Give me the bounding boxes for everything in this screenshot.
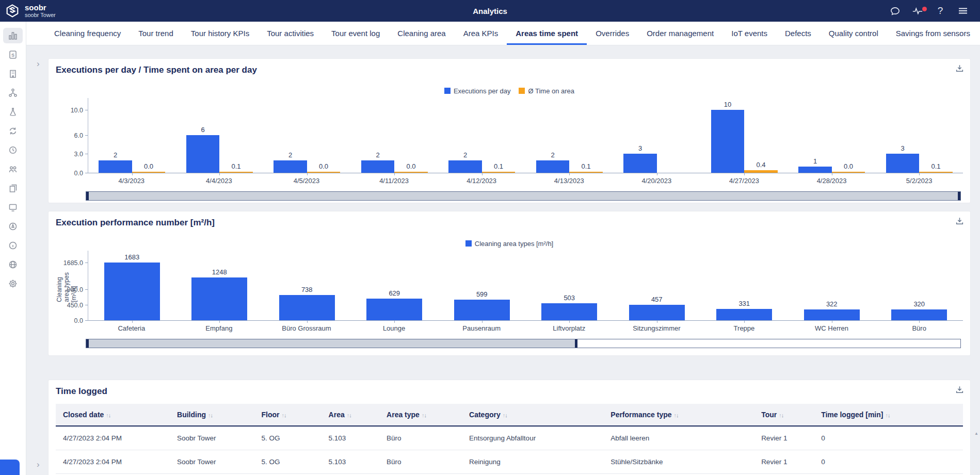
sync-icon[interactable] [3, 123, 23, 139]
bar-value-label: 0.0 [319, 162, 328, 170]
bar-group: 599 [438, 251, 526, 320]
sort-icon[interactable]: ↑↓ [282, 412, 286, 418]
bar [832, 172, 865, 173]
lab-icon[interactable] [3, 104, 23, 120]
y-tick-label: 6.0 [74, 132, 83, 139]
tab-area-kpis[interactable]: Area KPIs [455, 22, 507, 45]
sort-icon[interactable]: ↑↓ [106, 412, 110, 418]
sort-icon[interactable]: ↑↓ [885, 412, 890, 418]
bar [629, 305, 685, 320]
bar [274, 160, 307, 173]
language-icon[interactable] [3, 257, 23, 272]
info-icon[interactable] [3, 238, 23, 253]
tab-tour-history-kpis[interactable]: Tour history KPIs [182, 22, 258, 45]
table-cell: Büro [381, 450, 464, 474]
tab-quality-control[interactable]: Quality control [820, 22, 887, 45]
column-header-closed-date[interactable]: Closed date↑↓ [56, 404, 172, 426]
chat-icon[interactable] [889, 5, 901, 17]
explore-icon[interactable] [3, 219, 23, 234]
bar-group: 20.0 [351, 98, 439, 173]
column-header-area-type[interactable]: Area type↑↓ [381, 404, 464, 426]
tab-savings-from-sensors[interactable]: Savings from sensors [887, 22, 979, 45]
team-icon[interactable] [3, 161, 23, 177]
y-tick-label: 1685.0 [63, 259, 83, 267]
panel-collapse-icon[interactable]: › [37, 59, 40, 69]
column-header-time-logged-min-[interactable]: Time logged [min]↑↓ [816, 404, 963, 426]
x-tick-label: 4/3/2023 [88, 177, 175, 185]
bar-group: 503 [526, 251, 614, 320]
analytics-icon[interactable] [3, 28, 23, 43]
sort-icon[interactable]: ↑↓ [422, 412, 426, 418]
activity-icon[interactable] [912, 5, 923, 17]
tab-defects[interactable]: Defects [776, 22, 820, 45]
slider-handle[interactable] [86, 339, 89, 348]
tab-tour-event-log[interactable]: Tour event log [323, 22, 389, 45]
x-tick-label: 4/28/2023 [788, 177, 876, 185]
reports-icon[interactable] [3, 181, 23, 196]
column-header-building[interactable]: Building↑↓ [172, 404, 256, 426]
bar-value-label: 2 [114, 151, 117, 159]
help-icon[interactable]: ? [935, 5, 946, 17]
column-header-tour[interactable]: Tour↑↓ [756, 404, 816, 426]
sort-icon[interactable]: ↑↓ [503, 412, 507, 418]
tab-cleaning-frequency[interactable]: Cleaning frequency [45, 22, 130, 45]
column-header-floor[interactable]: Floor↑↓ [256, 404, 324, 426]
tab-cleaning-area[interactable]: Cleaning area [389, 22, 454, 45]
slider-handle[interactable] [958, 192, 960, 200]
slider-window[interactable] [86, 339, 577, 348]
download-chart-icon[interactable] [955, 217, 964, 227]
scroll-up-icon[interactable]: ▲ [974, 431, 978, 436]
tab-tour-trend[interactable]: Tour trend [130, 22, 182, 45]
bar-value-label: 0.1 [931, 162, 940, 170]
bar [104, 263, 160, 320]
slider-window[interactable] [86, 192, 960, 200]
column-label: Closed date [63, 411, 104, 419]
tab-iot-events[interactable]: IoT events [722, 22, 776, 45]
bar [744, 170, 777, 173]
bar-group: 100.4 [701, 98, 789, 173]
legend-swatch [444, 88, 451, 94]
device-icon[interactable] [3, 200, 23, 215]
sort-icon[interactable]: ↑↓ [779, 412, 783, 418]
x-tick-label: Liftvorplatz [525, 324, 613, 332]
tab-overrides[interactable]: Overrides [587, 22, 638, 45]
bar-value-label: 2 [288, 151, 292, 159]
x-tick-label: Cafeteria [88, 324, 175, 332]
bar [716, 309, 772, 320]
executions-card: Executions per day / Time spent on area … [48, 58, 971, 203]
plan-document-icon[interactable]: S [3, 47, 23, 62]
sort-icon[interactable]: ↑↓ [674, 412, 679, 418]
bar-value-label: 0.1 [494, 162, 503, 170]
table-row: 4/27/2023 2:04 PMSoobr Tower5. OG5.103Bü… [56, 426, 963, 450]
tab-order-management[interactable]: Order management [638, 22, 722, 45]
slider-handle[interactable] [86, 192, 89, 200]
slider-handle[interactable] [575, 339, 577, 348]
settings-icon[interactable] [3, 276, 23, 291]
panel-expand-icon[interactable]: › [37, 460, 40, 470]
bar-group: 331 [701, 251, 789, 320]
chart-range-slider[interactable] [86, 191, 961, 201]
bar [536, 160, 569, 173]
download-table-icon[interactable] [955, 385, 964, 396]
column-label: Tour [761, 411, 777, 419]
building-icon[interactable] [3, 66, 23, 81]
column-header-performance-type[interactable]: Performance type↑↓ [605, 404, 756, 426]
download-chart-icon[interactable] [955, 64, 964, 75]
table-cell: 0 [816, 426, 963, 450]
column-header-area[interactable]: Area↑↓ [324, 404, 382, 426]
chart-range-slider[interactable] [86, 339, 961, 348]
tab-areas-time-spent[interactable]: Areas time spent [507, 22, 587, 45]
chat-launcher[interactable] [0, 460, 20, 475]
tab-tour-activities[interactable]: Tour activities [258, 22, 323, 45]
bar-value-label: 457 [651, 296, 663, 303]
column-header-category[interactable]: Category↑↓ [464, 404, 605, 426]
table-cell: Soobr Tower [172, 450, 256, 474]
notification-dot [922, 7, 927, 11]
schedule-icon[interactable] [3, 142, 23, 158]
bar [366, 299, 422, 320]
structure-icon[interactable] [3, 85, 23, 101]
sort-icon[interactable]: ↑↓ [208, 412, 213, 418]
sort-icon[interactable]: ↑↓ [347, 412, 351, 418]
y-axis: 0.0450.0900.01685.0 [56, 251, 88, 321]
menu-icon[interactable] [957, 5, 969, 17]
